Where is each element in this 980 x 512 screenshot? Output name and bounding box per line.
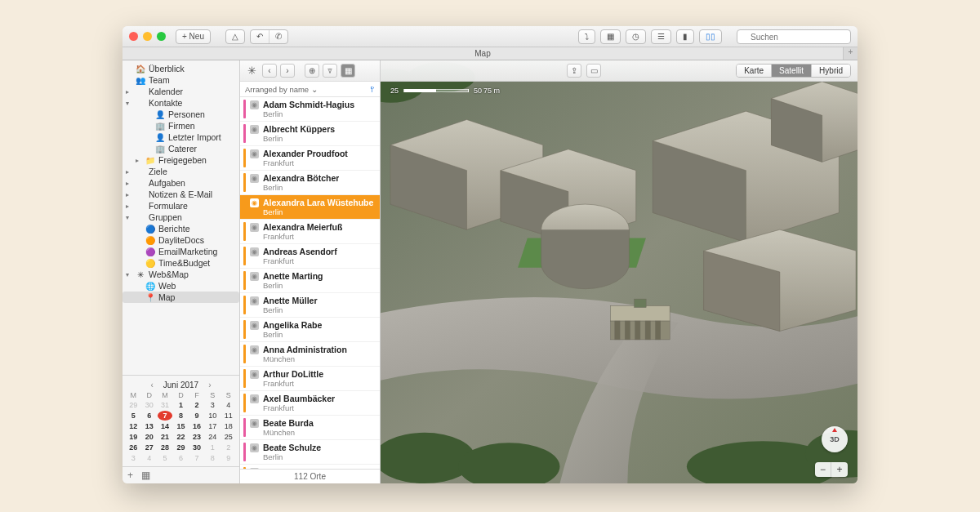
- notifications-button[interactable]: △: [225, 29, 245, 44]
- cal-day[interactable]: 1: [205, 443, 220, 452]
- cal-day[interactable]: 31: [158, 400, 172, 410]
- contact-row[interactable]: ◉Alexandra Lara WüstehubeBerlin: [240, 195, 380, 220]
- cal-day[interactable]: 26: [126, 443, 140, 452]
- cal-day[interactable]: 30: [189, 443, 204, 452]
- filter-icon[interactable]: ⫯: [370, 84, 375, 94]
- inbox-icon[interactable]: ⤵: [579, 30, 595, 43]
- cal-day[interactable]: 16: [189, 421, 204, 431]
- cal-day[interactable]: 17: [205, 421, 220, 431]
- map-viewport[interactable]: ⇪ ▭ Karte Satellit Hybrid 25 50 75 m 3D …: [381, 60, 858, 483]
- cal-day[interactable]: 22: [173, 432, 188, 442]
- sidebar-item[interactable]: ▸Ziele: [122, 166, 239, 177]
- cal-day[interactable]: 10: [205, 411, 220, 421]
- cal-day[interactable]: 19: [126, 432, 140, 442]
- cal-day[interactable]: 28: [158, 443, 172, 452]
- sidebar-item[interactable]: ▸Aufgaben: [122, 177, 239, 189]
- map-mode-icon[interactable]: ▦: [341, 64, 355, 78]
- cal-day[interactable]: 3: [205, 400, 220, 410]
- cal-next-button[interactable]: ›: [205, 381, 214, 390]
- search-field[interactable]: [737, 29, 851, 45]
- share-icon[interactable]: ⇪: [567, 64, 581, 78]
- sidebar-item[interactable]: 🟣EmailMarketing: [122, 246, 239, 257]
- cal-day[interactable]: 5: [126, 411, 140, 421]
- cal-day[interactable]: 9: [189, 411, 204, 421]
- contact-row[interactable]: ◉Axel BaumbäckerFrankfurt: [240, 391, 380, 416]
- cal-day[interactable]: 2: [189, 400, 204, 410]
- zoom-icon[interactable]: [157, 32, 166, 41]
- cal-day[interactable]: 15: [173, 421, 188, 431]
- cal-day[interactable]: 5: [158, 453, 172, 463]
- minimize-icon[interactable]: [143, 32, 152, 41]
- sidebar-item[interactable]: 🏠Überblick: [122, 63, 239, 74]
- sidebar-item[interactable]: 🌐Web: [122, 280, 239, 292]
- sort-header[interactable]: Arranged by name ⌄ ⫯: [240, 82, 380, 97]
- sidebar-item[interactable]: ▸📁Freigegeben: [122, 154, 239, 166]
- calendar-toggle-icon[interactable]: ▦: [141, 470, 150, 481]
- cal-day[interactable]: 6: [173, 453, 188, 463]
- sidebar-item[interactable]: 👥Team: [122, 74, 239, 86]
- cal-day[interactable]: 24: [205, 432, 220, 442]
- cal-day[interactable]: 14: [158, 421, 172, 431]
- back-button[interactable]: ‹: [262, 64, 277, 78]
- cal-day[interactable]: 18: [221, 421, 236, 431]
- cal-day[interactable]: 8: [205, 453, 220, 463]
- cal-day[interactable]: 13: [141, 421, 156, 431]
- sidebar-item[interactable]: 🏢Caterer: [122, 143, 239, 154]
- sidebar-item[interactable]: ▸Notizen & E-Mail: [122, 189, 239, 200]
- globe-icon[interactable]: ⊕: [305, 64, 319, 78]
- sidebar-item[interactable]: ▾Gruppen: [122, 211, 239, 223]
- cal-day[interactable]: 29: [126, 400, 140, 410]
- contact-row[interactable]: ◉Angelika RabeBerlin: [240, 318, 380, 342]
- cal-day[interactable]: 7: [189, 453, 204, 463]
- cal-day[interactable]: 23: [189, 432, 204, 442]
- cal-prev-button[interactable]: ‹: [147, 381, 156, 390]
- new-tab-button[interactable]: +: [843, 47, 858, 60]
- cal-day[interactable]: 2: [221, 443, 236, 452]
- cal-day[interactable]: 6: [141, 411, 156, 421]
- cal-day[interactable]: 21: [158, 432, 172, 442]
- tab-map[interactable]: Map: [122, 47, 843, 60]
- contact-row[interactable]: ◉Anna AdministrationMünchen: [240, 342, 380, 367]
- contact-row[interactable]: ◉Andreas AsendorfFrankfurt: [240, 244, 380, 269]
- add-button[interactable]: +: [127, 470, 133, 481]
- contact-row[interactable]: ◉Alexandra BötcherBerlin: [240, 171, 380, 195]
- cal-day[interactable]: 9: [221, 453, 236, 463]
- list-icon[interactable]: ☰: [652, 30, 670, 43]
- bookmarks-icon[interactable]: ▭: [586, 64, 601, 78]
- contact-row[interactable]: ◉Beate BurdaMünchen: [240, 416, 380, 440]
- sidebar-item[interactable]: ▸Formulare: [122, 200, 239, 211]
- sidebar-item[interactable]: 👤Letzter Import: [122, 131, 239, 143]
- forward-button[interactable]: ›: [280, 64, 295, 78]
- sidebar-item[interactable]: ▸Kalender: [122, 86, 239, 97]
- cal-day[interactable]: 3: [126, 453, 140, 463]
- sidebar-item[interactable]: 🟠DayliteDocs: [122, 234, 239, 246]
- cal-day[interactable]: 1: [173, 400, 188, 410]
- contact-row[interactable]: ◉Adam Schmidt-HagiusBerlin: [240, 97, 380, 122]
- mode-hybrid[interactable]: Hybrid: [812, 65, 850, 77]
- sidebar-item[interactable]: 👤Personen: [122, 109, 239, 120]
- calendar-sm-icon[interactable]: ▦: [601, 30, 620, 43]
- contact-row[interactable]: ◉Arthur DoLittleFrankfurt: [240, 367, 380, 391]
- contact-row[interactable]: ◉Alexandra MeierfußFrankfurt: [240, 220, 380, 244]
- cal-day[interactable]: 30: [141, 400, 156, 410]
- cal-day[interactable]: 12: [126, 421, 140, 431]
- phone-in-icon[interactable]: ↶: [251, 30, 270, 43]
- cal-day[interactable]: 4: [221, 400, 236, 410]
- person-pin-icon[interactable]: ⍒: [323, 64, 337, 78]
- cal-day[interactable]: 25: [221, 432, 236, 442]
- cal-day[interactable]: 4: [141, 453, 156, 463]
- zoom-out-button[interactable]: −: [815, 462, 831, 477]
- cal-day[interactable]: 11: [221, 411, 236, 421]
- mode-satellit[interactable]: Satellit: [772, 65, 812, 77]
- cal-day[interactable]: 7: [158, 411, 172, 421]
- cal-day[interactable]: 27: [141, 443, 156, 452]
- contact-row[interactable]: ◉Anette MartingBerlin: [240, 269, 380, 293]
- search-input[interactable]: [737, 29, 851, 44]
- sidebar-item[interactable]: 🏢Firmen: [122, 120, 239, 131]
- contact-row[interactable]: ◉Albrecht KüppersBerlin: [240, 122, 380, 146]
- zoom-in-button[interactable]: +: [831, 462, 848, 477]
- sidebar-item[interactable]: 🔵Berichte: [122, 223, 239, 234]
- phone-icon[interactable]: ✆: [270, 30, 287, 43]
- contact-row[interactable]: ◉Beate SchulzeBerlin: [240, 440, 380, 465]
- sidebar-item[interactable]: 🟡Time&Budget: [122, 257, 239, 269]
